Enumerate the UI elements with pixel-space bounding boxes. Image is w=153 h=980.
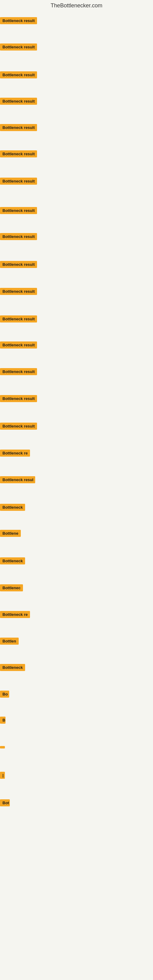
bottleneck-result-badge bbox=[0, 746, 5, 748]
bottleneck-result-badge: Bottleneck bbox=[0, 664, 25, 671]
bottleneck-result-badge: Bottleneck result bbox=[0, 423, 37, 430]
list-item[interactable]: Bottleneck result bbox=[0, 315, 37, 324]
list-item[interactable]: Bottleneck result bbox=[0, 98, 37, 106]
list-item[interactable]: Bottleneck re bbox=[0, 450, 30, 458]
bottleneck-result-badge: Bottleneck result bbox=[0, 124, 37, 131]
list-item[interactable]: Bottleneck bbox=[0, 504, 25, 512]
bottleneck-result-badge: Bottlen bbox=[0, 638, 19, 645]
list-item[interactable]: B bbox=[0, 717, 5, 725]
bottleneck-result-badge: Bot bbox=[0, 799, 10, 807]
bottleneck-result-badge: Bottlene bbox=[0, 530, 21, 537]
bottleneck-result-badge: Bottleneck re bbox=[0, 450, 30, 457]
bottleneck-result-badge: Bottleneck result bbox=[0, 368, 37, 375]
bottleneck-result-badge: Bottleneck re bbox=[0, 611, 30, 618]
list-item[interactable]: Bottleneck result bbox=[0, 233, 37, 241]
bottleneck-result-badge: Bottleneck result bbox=[0, 43, 37, 51]
list-item[interactable]: | bbox=[0, 772, 5, 780]
list-item[interactable]: Bottleneck result bbox=[0, 342, 37, 350]
list-item[interactable]: Bottleneck result bbox=[0, 124, 37, 132]
list-item[interactable]: Bottleneck result bbox=[0, 43, 37, 52]
list-item[interactable]: Bottlen bbox=[0, 638, 19, 646]
bottleneck-result-badge: Bottleneck result bbox=[0, 288, 37, 295]
bottleneck-result-badge: Bottlenec bbox=[0, 584, 23, 591]
bottleneck-result-badge: | bbox=[0, 772, 5, 779]
list-item[interactable]: Bottleneck result bbox=[0, 288, 37, 296]
bottleneck-result-badge: Bottleneck result bbox=[0, 395, 37, 402]
list-item[interactable]: Bottleneck re bbox=[0, 611, 30, 619]
bottleneck-result-badge: B bbox=[0, 717, 5, 724]
list-item[interactable]: Bottleneck result bbox=[0, 72, 37, 80]
bottleneck-result-badge: Bottleneck result bbox=[0, 98, 37, 105]
list-item[interactable]: Bot bbox=[0, 799, 10, 808]
bottleneck-result-badge: Bottleneck result bbox=[0, 342, 37, 348]
bottleneck-result-badge: Bottleneck result bbox=[0, 261, 37, 268]
bottleneck-result-badge: Bottleneck resul bbox=[0, 476, 35, 483]
list-item[interactable]: Bottlene bbox=[0, 530, 21, 538]
list-item[interactable]: Bottleneck bbox=[0, 557, 25, 566]
bottleneck-result-badge: Bottleneck result bbox=[0, 207, 37, 214]
list-item[interactable]: Bottleneck result bbox=[0, 423, 37, 431]
list-item[interactable]: Bottleneck result bbox=[0, 395, 37, 403]
bottleneck-result-badge: Bottleneck result bbox=[0, 72, 37, 78]
list-item[interactable] bbox=[0, 744, 5, 750]
list-item[interactable]: Bottleneck bbox=[0, 664, 25, 672]
bottleneck-result-badge: Bottleneck result bbox=[0, 315, 37, 323]
bottleneck-result-badge: Bottleneck result bbox=[0, 17, 37, 24]
list-item[interactable]: Bo bbox=[0, 690, 9, 699]
bottleneck-result-badge: Bottleneck result bbox=[0, 178, 37, 185]
list-item[interactable]: Bottlenec bbox=[0, 584, 23, 593]
list-item[interactable]: Bottleneck result bbox=[0, 207, 37, 215]
site-title: TheBottlenecker.com bbox=[0, 0, 153, 11]
list-item[interactable]: Bottleneck result bbox=[0, 261, 37, 269]
list-item[interactable]: Bottleneck result bbox=[0, 178, 37, 186]
bottleneck-result-badge: Bottleneck bbox=[0, 557, 25, 565]
bottleneck-result-badge: Bottleneck bbox=[0, 504, 25, 511]
bottleneck-result-badge: Bottleneck result bbox=[0, 150, 37, 158]
list-item[interactable]: Bottleneck result bbox=[0, 368, 37, 376]
list-item[interactable]: Bottleneck result bbox=[0, 150, 37, 159]
list-item[interactable]: Bottleneck result bbox=[0, 17, 37, 25]
list-item[interactable]: Bottleneck resul bbox=[0, 476, 35, 485]
bottleneck-result-badge: Bo bbox=[0, 690, 9, 698]
bottleneck-result-badge: Bottleneck result bbox=[0, 233, 37, 240]
